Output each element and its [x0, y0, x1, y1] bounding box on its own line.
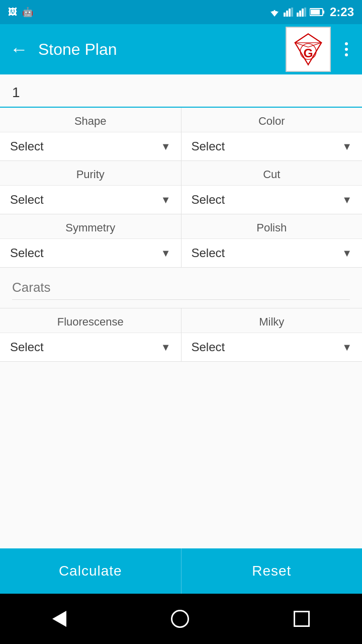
purity-label: Purity — [0, 161, 181, 185]
nav-home-button[interactable] — [166, 605, 194, 633]
fluorescence-select[interactable]: Select ▼ — [0, 333, 181, 361]
milky-label: Milky — [182, 308, 363, 333]
android-icon: 🤖 — [22, 7, 33, 18]
svg-rect-8 — [299, 11, 301, 17]
polish-select[interactable]: Select ▼ — [182, 238, 363, 267]
svg-rect-3 — [284, 13, 286, 17]
carats-section — [0, 268, 362, 308]
purity-dropdown-icon: ▼ — [161, 194, 171, 206]
color-col: Color Select ▼ — [182, 108, 363, 160]
color-dropdown-icon: ▼ — [342, 141, 352, 152]
svg-rect-6 — [291, 8, 293, 17]
polish-col: Polish Select ▼ — [182, 214, 363, 267]
shape-dropdown-icon: ▼ — [161, 141, 171, 152]
recents-nav-icon — [294, 611, 310, 627]
symmetry-polish-row: Symmetry Select ▼ Polish Select ▼ — [0, 214, 362, 268]
color-value: Select — [192, 139, 342, 153]
polish-dropdown-icon: ▼ — [342, 248, 352, 259]
back-button[interactable]: ← — [10, 39, 28, 60]
app-title: Stone Plan — [38, 40, 286, 59]
svg-rect-7 — [297, 13, 299, 17]
bottom-buttons: Calculate Reset — [0, 548, 362, 594]
svg-rect-4 — [286, 11, 288, 17]
svg-text:G: G — [303, 46, 313, 60]
fluorescence-label: Fluorescense — [0, 308, 181, 333]
carats-input[interactable] — [12, 276, 350, 300]
wifi-icon — [268, 8, 281, 17]
fluoro-milky-grid: Fluorescense Select ▼ Milky Select ▼ — [0, 308, 362, 362]
app-bar: ← Stone Plan G — [0, 24, 362, 74]
color-select[interactable]: Select ▼ — [182, 132, 363, 160]
back-nav-icon — [52, 611, 66, 627]
svg-rect-10 — [304, 8, 306, 17]
symmetry-dropdown-icon: ▼ — [161, 248, 171, 259]
signal-icon — [284, 8, 294, 17]
purity-cut-row: Purity Select ▼ Cut Select ▼ — [0, 161, 362, 214]
spacer — [0, 362, 362, 548]
home-nav-icon — [171, 610, 189, 628]
purity-select[interactable]: Select ▼ — [0, 185, 181, 214]
status-icons: 2:23 — [268, 5, 354, 19]
fluorescence-col: Fluorescense Select ▼ — [0, 308, 182, 361]
symmetry-value: Select — [10, 246, 161, 260]
fluoro-milky-row: Fluorescense Select ▼ Milky Select ▼ — [0, 308, 362, 362]
milky-select[interactable]: Select ▼ — [182, 333, 363, 361]
form-grid: Shape Select ▼ Color Select ▼ Purity Sel… — [0, 108, 362, 268]
shape-select[interactable]: Select ▼ — [0, 132, 181, 160]
svg-rect-5 — [289, 9, 291, 17]
symmetry-col: Symmetry Select ▼ — [0, 214, 182, 267]
more-menu-button[interactable] — [341, 38, 352, 60]
svg-rect-13 — [311, 10, 320, 15]
main-content: Shape Select ▼ Color Select ▼ Purity Sel… — [0, 74, 362, 548]
color-label: Color — [182, 108, 363, 132]
cut-select[interactable]: Select ▼ — [182, 185, 363, 214]
time-display: 2:23 — [330, 5, 354, 19]
purity-col: Purity Select ▼ — [0, 161, 182, 214]
calculate-button[interactable]: Calculate — [0, 548, 181, 594]
polish-label: Polish — [182, 214, 363, 238]
symmetry-label: Symmetry — [0, 214, 181, 238]
logo-svg: G — [291, 32, 326, 67]
signal-icon-2 — [297, 8, 307, 17]
milky-col: Milky Select ▼ — [182, 308, 363, 361]
milky-dropdown-icon: ▼ — [342, 342, 352, 353]
nav-recents-button[interactable] — [289, 606, 315, 632]
shape-value: Select — [10, 139, 161, 153]
svg-rect-9 — [302, 9, 304, 17]
status-bar-left: 🖼 🤖 — [8, 7, 33, 18]
status-bar: 🖼 🤖 2:23 — [0, 0, 362, 24]
shape-color-row: Shape Select ▼ Color Select ▼ — [0, 108, 362, 161]
purity-value: Select — [10, 193, 161, 207]
screen-icon: 🖼 — [8, 7, 17, 18]
fluorescence-dropdown-icon: ▼ — [161, 342, 171, 353]
shape-col: Shape Select ▼ — [0, 108, 182, 160]
battery-icon — [310, 8, 325, 17]
fluorescence-value: Select — [10, 340, 161, 354]
app-logo: G — [286, 27, 331, 72]
cut-value: Select — [192, 193, 342, 207]
symmetry-select[interactable]: Select ▼ — [0, 238, 181, 267]
nav-bar — [0, 594, 362, 644]
cut-dropdown-icon: ▼ — [342, 194, 352, 206]
nav-back-button[interactable] — [47, 606, 71, 632]
svg-rect-12 — [323, 11, 324, 14]
shape-label: Shape — [0, 108, 181, 132]
cut-label: Cut — [182, 161, 363, 185]
polish-value: Select — [192, 246, 342, 260]
milky-value: Select — [192, 340, 342, 354]
reset-button[interactable]: Reset — [181, 548, 363, 594]
quantity-input[interactable] — [12, 83, 350, 103]
cut-col: Cut Select ▼ — [182, 161, 363, 214]
quantity-section — [0, 74, 362, 108]
